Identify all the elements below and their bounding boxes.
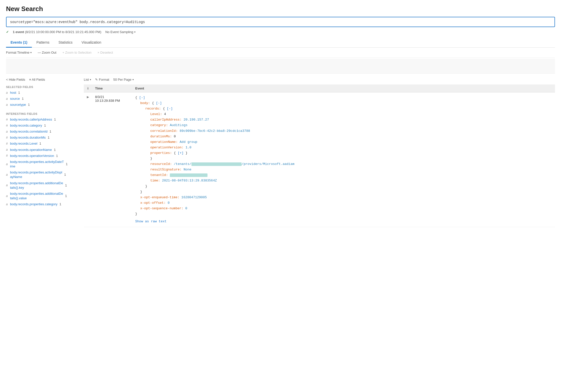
deselect-button[interactable]: × Deselect bbox=[98, 51, 113, 54]
table-header-row: i Time Event bbox=[84, 84, 555, 92]
field-link-sourcetype[interactable]: sourcetype bbox=[10, 103, 26, 107]
per-page-dropdown-button[interactable]: 50 Per Page ▾ bbox=[113, 78, 133, 81]
tenantid-blurred bbox=[170, 173, 207, 177]
tab-visualization[interactable]: Visualization bbox=[77, 38, 106, 48]
status-bar: ✓ 1 event (8/2/21 10:00:00.000 PM to 8/3… bbox=[6, 30, 555, 34]
col-header-time: Time bbox=[92, 84, 132, 92]
col-header-event: Event bbox=[132, 84, 555, 92]
field-count-callerip: 1 bbox=[54, 117, 56, 122]
all-fields-button[interactable]: ≡ All Fields bbox=[29, 78, 45, 81]
format-timeline-button[interactable]: Format Timeline ▾ bbox=[6, 51, 32, 54]
page-title: New Search bbox=[6, 5, 555, 13]
field-link-durationms[interactable]: body.records.durationMs bbox=[10, 135, 46, 140]
format-button[interactable]: ✎ Format bbox=[95, 78, 109, 81]
field-type-durationms: # bbox=[6, 136, 9, 140]
event-date: 8/3/21 bbox=[95, 95, 129, 99]
field-link-source[interactable]: source bbox=[10, 96, 20, 101]
tab-statistics[interactable]: Statistics bbox=[54, 38, 77, 48]
row-time-cell: 8/3/21 10:13:29.838 PM bbox=[92, 92, 132, 227]
field-type-opversion: # bbox=[6, 154, 9, 158]
selected-field-source: a source 1 bbox=[6, 96, 80, 101]
event-time: 10:13:29.838 PM bbox=[95, 99, 129, 103]
search-input[interactable] bbox=[10, 20, 551, 24]
field-type-level: # bbox=[6, 142, 9, 146]
interesting-field-propscategory: a body.records.properties.category 1 bbox=[6, 202, 80, 207]
expand-row-arrow[interactable]: ▶ bbox=[87, 95, 89, 99]
timeline-controls: Format Timeline ▾ — Zoom Out + Zoom to S… bbox=[6, 48, 555, 58]
interesting-fields-title: INTERESTING FIELDS bbox=[6, 112, 80, 115]
collapse-root[interactable]: [-] bbox=[139, 96, 145, 100]
show-raw-text-link[interactable]: Show as raw text bbox=[135, 219, 552, 224]
field-count-correlationid: 1 bbox=[49, 129, 51, 134]
field-link-level[interactable]: body.records.Level bbox=[10, 141, 37, 146]
field-count-activitydatetime: 1 bbox=[66, 162, 67, 166]
timeline-chart-area bbox=[6, 59, 555, 74]
zoom-out-button[interactable]: — Zoom Out bbox=[38, 51, 56, 54]
format-timeline-arrow: ▾ bbox=[30, 51, 32, 54]
tabs-container: Events (1) Patterns Statistics Visualiza… bbox=[6, 38, 555, 48]
interesting-field-activitydatetime: a body.records.properties.activityDateTi… bbox=[6, 160, 80, 169]
field-count-level: 1 bbox=[39, 141, 41, 146]
sidebar-header: < Hide Fields ≡ All Fields bbox=[6, 78, 80, 81]
status-check-icon: ✓ bbox=[6, 30, 9, 34]
field-link-correlationid[interactable]: body.records.correlationId bbox=[10, 129, 47, 134]
field-count-host: 1 bbox=[18, 90, 20, 95]
field-link-host[interactable]: host bbox=[10, 90, 16, 95]
field-type-opname: a bbox=[6, 148, 9, 152]
field-link-propscategory[interactable]: body.records.properties.category bbox=[10, 202, 57, 207]
field-link-additionaldetailskey[interactable]: body.records.properties.additionalDetail… bbox=[10, 181, 63, 190]
interesting-field-opname: a body.records.operationName 1 bbox=[6, 148, 80, 152]
selected-field-host: a host 1 bbox=[6, 90, 80, 95]
interesting-field-additionaldetailsvalue: a body.records.properties.additionalDeta… bbox=[6, 191, 80, 201]
field-type-category: a bbox=[6, 123, 9, 128]
field-type-activitydisplayname: a bbox=[6, 173, 9, 177]
interesting-field-opversion: # body.records.operationVersion 1 bbox=[6, 154, 80, 158]
interesting-field-callerip: a body.records.callerIpAddress 1 bbox=[6, 117, 80, 122]
row-expand-cell: ▶ bbox=[84, 92, 92, 227]
interesting-field-activitydisplayname: a body.records.properties.activityDispla… bbox=[6, 170, 80, 179]
field-count-propscategory: 1 bbox=[59, 202, 61, 207]
table-row: ▶ 8/3/21 10:13:29.838 PM { [-] body: { [… bbox=[84, 92, 555, 227]
field-count-opname: 1 bbox=[54, 148, 56, 152]
selected-fields-title: SELECTED FIELDS bbox=[6, 85, 80, 88]
interesting-fields-section: INTERESTING FIELDS a body.records.caller… bbox=[6, 112, 80, 207]
field-link-activitydisplayname[interactable]: body.records.properties.activityDisplayN… bbox=[10, 170, 62, 179]
hide-fields-button[interactable]: < Hide Fields bbox=[6, 78, 25, 81]
field-link-callerip[interactable]: body.records.callerIpAddress bbox=[10, 117, 52, 122]
collapse-records[interactable]: [-] bbox=[167, 107, 173, 111]
field-link-opversion[interactable]: body.records.operationVersion bbox=[10, 154, 54, 158]
field-count-category: 1 bbox=[44, 123, 46, 128]
list-dropdown-arrow: ▾ bbox=[90, 78, 91, 81]
main-content: < Hide Fields ≡ All Fields SELECTED FIEL… bbox=[6, 76, 555, 227]
interesting-field-category: a body.records.category 1 bbox=[6, 123, 80, 128]
interesting-field-level: # body.records.Level 1 bbox=[6, 141, 80, 146]
field-count-opversion: 1 bbox=[56, 154, 58, 158]
field-link-category[interactable]: body.records.category bbox=[10, 123, 42, 128]
results-area: List ▾ ✎ Format 50 Per Page ▾ i Time bbox=[84, 76, 555, 227]
per-page-dropdown-arrow: ▾ bbox=[132, 78, 134, 81]
results-toolbar: List ▾ ✎ Format 50 Per Page ▾ bbox=[84, 76, 555, 84]
search-bar-container bbox=[6, 17, 555, 27]
field-link-additionaldetailsvalue[interactable]: body.records.properties.additionalDetail… bbox=[10, 191, 63, 201]
field-link-opname[interactable]: body.records.operationName bbox=[10, 148, 52, 152]
tab-patterns[interactable]: Patterns bbox=[32, 38, 54, 48]
field-link-activitydatetime[interactable]: body.records.properties.activityDateTime bbox=[10, 160, 64, 169]
field-type-activitydatetime: a bbox=[6, 162, 9, 166]
field-type-sourcetype: a bbox=[6, 103, 9, 107]
field-count-source: 1 bbox=[22, 96, 24, 101]
collapse-properties[interactable]: [+] bbox=[178, 151, 183, 155]
interesting-field-durationms: # body.records.durationMs 1 bbox=[6, 135, 80, 140]
event-sampling-dropdown[interactable]: No Event Sampling ▾ bbox=[105, 30, 135, 34]
zoom-selection-button[interactable]: + Zoom to Selection bbox=[62, 51, 92, 54]
pencil-icon: ✎ bbox=[95, 78, 98, 81]
field-count-activitydisplayname: 1 bbox=[64, 172, 66, 177]
field-type-correlationid: a bbox=[6, 130, 9, 134]
tab-events[interactable]: Events (1) bbox=[6, 38, 32, 48]
field-type-host: a bbox=[6, 91, 9, 95]
list-dropdown-button[interactable]: List ▾ bbox=[84, 78, 91, 81]
selected-field-sourcetype: a sourcetype 1 bbox=[6, 103, 80, 107]
field-count-additionaldetailskey: 1 bbox=[65, 183, 67, 188]
collapse-body[interactable]: [-] bbox=[156, 101, 162, 105]
interesting-field-correlationid: a body.records.correlationId 1 bbox=[6, 129, 80, 134]
resourceid-blurred bbox=[191, 162, 242, 166]
